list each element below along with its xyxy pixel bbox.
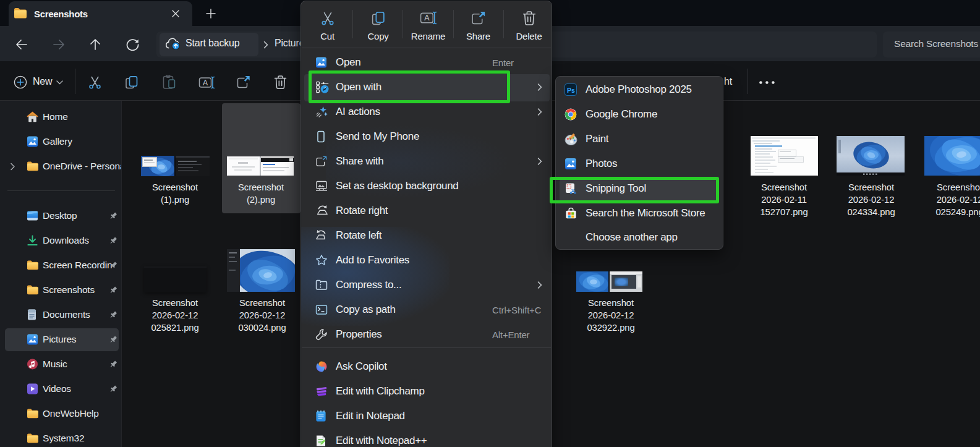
svg-text:Ps: Ps — [567, 87, 575, 94]
svg-text:A: A — [203, 79, 208, 87]
svg-text:A: A — [424, 14, 430, 22]
